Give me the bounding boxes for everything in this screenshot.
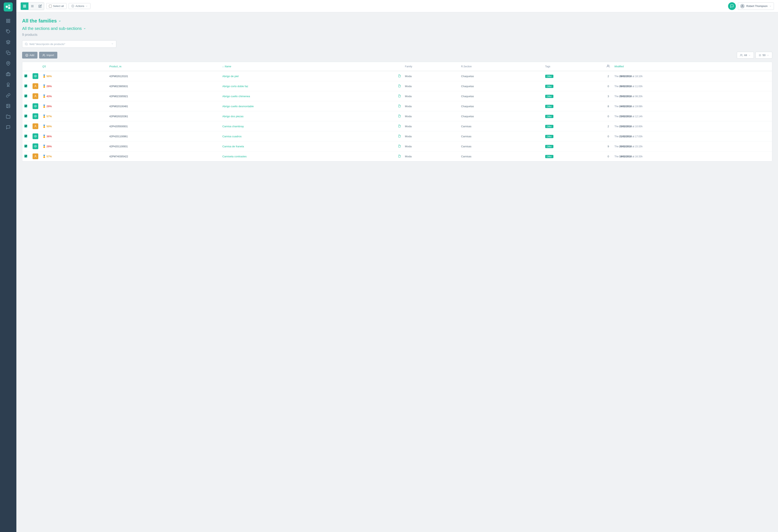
sidebar-item-image[interactable] [4,101,13,110]
row-doc-icon[interactable] [396,91,403,101]
row-checkbox[interactable] [24,124,27,127]
eye-icon[interactable] [32,134,38,139]
sidebar-item-folder[interactable] [4,112,13,121]
row-doc-icon[interactable] [396,101,403,111]
svg-point-41 [35,136,36,137]
actions-right: All 50 [737,52,772,59]
row-checkbox[interactable] [24,145,27,148]
offer-tag: Offer [545,95,553,98]
eye-icon[interactable] [32,113,38,119]
row-product-ref: 42PM023305921 [107,91,220,101]
select-all-checkbox[interactable] [49,5,52,8]
row-qs: 🏅50% [40,121,107,131]
sidebar-item-dashboard[interactable] [4,16,13,25]
product-name-link[interactable]: Abrigo dos piezas [222,115,243,118]
row-section: Chaquetas [459,91,543,101]
app-logo[interactable] [4,2,13,11]
grid-view-button[interactable] [21,2,28,10]
product-name-link[interactable]: Camisa de franela [222,145,244,148]
per-page-button[interactable]: 50 [756,52,772,59]
row-checkbox-cell [22,152,30,162]
row-section: Camisas [459,152,543,162]
list-view-button[interactable] [28,2,36,10]
row-modified: The 25/02/2018 at 08:20h [612,91,772,101]
product-name-link[interactable]: Camisa chambray [222,125,244,128]
page-subtitle[interactable]: All the sections and sub-sections [22,26,772,31]
row-section: Camisas [459,121,543,131]
row-checkbox[interactable] [24,85,27,87]
row-doc-icon[interactable] [396,152,403,162]
search-bar[interactable]: field:"descripción de producto" [22,40,116,48]
table-row: 🏅57%42PM740305422Camiseta contrastesModa… [22,152,772,162]
sidebar-item-briefcase[interactable] [4,70,13,79]
row-doc-icon[interactable] [396,121,403,131]
sidebar-item-award[interactable] [4,80,13,89]
row-checkbox[interactable] [24,104,27,107]
row-tag: Offer [543,152,604,162]
svg-rect-16 [25,5,26,6]
row-count: 2 [604,121,612,131]
row-doc-icon[interactable] [396,131,403,142]
offer-tag: Offer [545,145,553,148]
row-section: Chaquetas [459,101,543,111]
sidebar-item-tags[interactable] [4,27,13,36]
qs-badge: 🏅29% [43,145,52,148]
eye-icon[interactable] [32,144,38,149]
row-doc-icon[interactable] [396,71,403,81]
product-name-link[interactable]: Camiseta contrastes [222,155,247,158]
user-name: Robert Thompson [746,4,768,8]
import-button[interactable]: Import [39,52,57,59]
search-dropdown-icon[interactable] [111,42,113,46]
sidebar-item-chat[interactable] [4,123,13,132]
user-menu[interactable]: Robert Thompson [738,2,774,10]
page-title[interactable]: All the families [22,18,772,24]
product-name-link[interactable]: Abrigo corto doble faz [222,85,248,88]
row-checkbox[interactable] [24,75,27,77]
edit-view-button[interactable] [36,2,44,10]
offer-tag: Offer [545,105,553,108]
svg-point-30 [741,54,742,55]
sidebar-item-pin[interactable] [4,59,13,68]
row-doc-icon[interactable] [396,81,403,91]
row-tag: Offer [543,131,604,142]
product-name-link[interactable]: Abrigo de piel [222,75,239,78]
add-button[interactable]: Add [22,52,37,59]
actions-dropdown[interactable]: Actions [69,3,91,9]
row-count: 0 [604,152,612,162]
row-name: Abrigo cuello chimenea [220,91,396,101]
product-name-link[interactable]: Camisa cuadros [222,135,242,138]
qs-badge: 🏅29% [43,104,52,108]
row-section: Chaquetas [459,81,543,91]
svg-point-35 [35,76,36,77]
select-all-button[interactable]: Select all [46,3,67,9]
row-checkbox-cell [22,131,30,142]
row-section: Chaquetas [459,111,543,121]
main-area: Select all Actions Robert Thompson All t… [16,0,778,532]
row-product-ref: 42PH201100931 [107,142,220,152]
warning-icon[interactable] [32,154,38,159]
eye-icon[interactable] [32,103,38,109]
product-name-link[interactable]: Abrigo cuello desmontable [222,105,254,108]
product-name-link[interactable]: Abrigo cuello chimenea [222,95,250,98]
col-header-family: Family [403,62,459,71]
row-doc-icon[interactable] [396,142,403,152]
row-status-cell [30,81,40,91]
row-checkbox[interactable] [24,155,27,158]
svg-rect-6 [9,21,10,22]
warning-icon[interactable] [32,93,38,99]
row-checkbox[interactable] [24,114,27,117]
warning-icon[interactable] [32,123,38,129]
sidebar-item-copy[interactable] [4,48,13,57]
row-checkbox[interactable] [24,135,27,138]
sidebar-item-link[interactable] [4,91,13,100]
row-checkbox[interactable] [24,95,27,97]
chat-button[interactable] [728,2,736,10]
filter-all-button[interactable]: All [737,52,754,59]
row-status-cell [30,131,40,142]
search-input[interactable]: field:"descripción de producto" [29,42,109,46]
avatar [740,4,745,8]
sidebar-item-layers[interactable] [4,38,13,47]
warning-icon[interactable] [32,83,38,89]
eye-icon[interactable] [32,73,38,79]
row-doc-icon[interactable] [396,111,403,121]
